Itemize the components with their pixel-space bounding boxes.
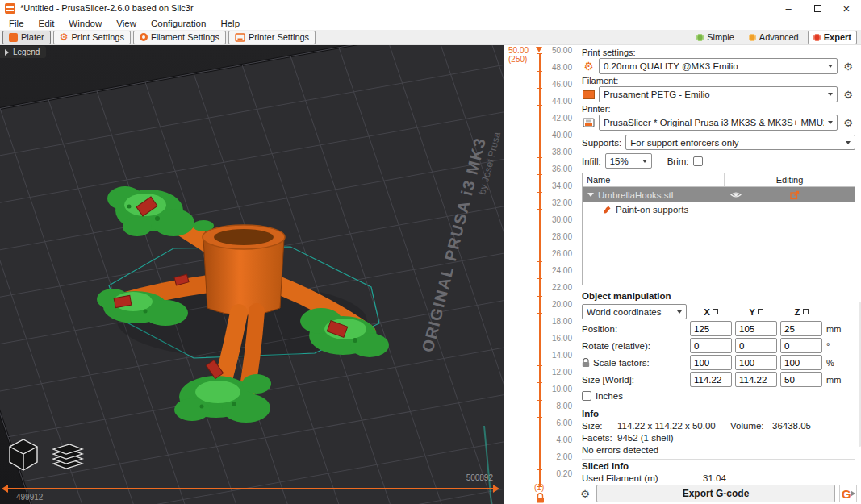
layer-lock-icon[interactable] bbox=[536, 493, 545, 503]
object-row-paint-on-supports[interactable]: Paint-on supports bbox=[583, 202, 855, 217]
rotate-z-input[interactable] bbox=[780, 338, 822, 353]
position-unit: mm bbox=[825, 324, 855, 334]
app-icon bbox=[5, 3, 15, 14]
brim-checkbox[interactable] bbox=[693, 156, 703, 166]
printer-select[interactable]: PrusaSlicer * Original Prusa i3 MK3S & M… bbox=[599, 115, 838, 131]
3d-view-cube-icon[interactable] bbox=[5, 436, 42, 473]
menu-view[interactable]: View bbox=[109, 19, 144, 28]
position-y-input[interactable] bbox=[735, 321, 777, 336]
infill-label: Infill: bbox=[582, 156, 601, 166]
layer-slider-current: 50.00 (250) bbox=[508, 46, 529, 64]
export-bar: ⚙ Export G-code G bbox=[578, 484, 857, 503]
tab-filament-settings[interactable]: Filament Settings bbox=[133, 31, 226, 44]
layer-tick-label: 50.00 bbox=[552, 46, 572, 56]
layer-slider-handle[interactable] bbox=[536, 47, 542, 52]
print-settings-select[interactable]: 0.20mm QUALITY @MK3 Emilio bbox=[599, 58, 838, 74]
horizontal-range-slider[interactable] bbox=[6, 488, 493, 489]
current-height-value: 50.00 bbox=[508, 46, 529, 55]
axis-z-header: Z bbox=[780, 307, 822, 317]
main-area: ORIGINAL PRUSA i3 MK3 by Josef Prusa bbox=[0, 45, 861, 504]
infill-value: 15% bbox=[610, 156, 638, 166]
position-x-input[interactable] bbox=[690, 321, 732, 336]
layer-tick-label: 42.00 bbox=[552, 114, 572, 123]
layer-tick-label: 36.00 bbox=[552, 165, 572, 174]
menu-help[interactable]: Help bbox=[213, 19, 247, 28]
position-z-input[interactable] bbox=[780, 321, 822, 336]
window-title: *Untitled - PrusaSlicer-2.6.0 based on S… bbox=[20, 3, 194, 13]
layer-ruler: 50.00 48.00 46.00 44.00 42.00 40.00 38.0… bbox=[552, 46, 572, 479]
infill-select[interactable]: 15% bbox=[605, 153, 652, 169]
collapse-chevron-icon[interactable] bbox=[587, 193, 594, 197]
layer-tick-label: 6.00 bbox=[557, 419, 572, 428]
object-row-umbrellahooks[interactable]: UmbrellaHooks.stl bbox=[583, 187, 855, 202]
brim-label: Brim: bbox=[667, 156, 689, 166]
maximize-button[interactable] bbox=[803, 0, 832, 16]
supports-select[interactable]: For support enforcers only bbox=[625, 135, 855, 150]
size-label: Size [World]: bbox=[582, 375, 687, 385]
printer-settings-icon bbox=[235, 33, 245, 42]
uniform-scale-lock-icon[interactable] bbox=[582, 358, 590, 368]
export-settings-gear-button[interactable]: ⚙ bbox=[578, 486, 592, 501]
inches-label: Inches bbox=[596, 391, 623, 401]
layer-tick-label: 14.00 bbox=[552, 351, 572, 360]
menu-configuration[interactable]: Configuration bbox=[144, 19, 213, 28]
menu-edit[interactable]: Edit bbox=[31, 19, 62, 28]
supports-value: For support enforcers only bbox=[630, 138, 842, 148]
menu-file[interactable]: File bbox=[2, 19, 31, 28]
tab-printer-settings-label: Printer Settings bbox=[249, 32, 309, 42]
scale-z-input[interactable] bbox=[780, 355, 822, 370]
column-editing: Editing bbox=[724, 173, 855, 186]
info-size-value: 114.22 x 114.22 x 50.00 bbox=[617, 421, 730, 431]
menu-window[interactable]: Window bbox=[61, 19, 109, 28]
current-layer-number: (250) bbox=[508, 55, 529, 64]
size-x-input[interactable] bbox=[690, 372, 732, 387]
filament-color-swatch bbox=[583, 90, 595, 99]
export-gcode-button[interactable]: Export G-code bbox=[596, 485, 835, 502]
size-z-input[interactable] bbox=[780, 372, 822, 387]
info-facets-label: Facets: bbox=[582, 433, 617, 443]
column-name: Name bbox=[583, 175, 724, 185]
mode-advanced-label: Advanced bbox=[759, 32, 799, 42]
axis-square-icon bbox=[713, 309, 718, 314]
printer-gear-button[interactable]: ⚙ bbox=[841, 115, 855, 130]
info-facets-value: 9452 (1 shell) bbox=[617, 433, 674, 443]
layer-slider-track[interactable] bbox=[536, 53, 543, 487]
info-section: Info Size: 114.22 x 114.22 x 50.00 Volum… bbox=[582, 406, 855, 455]
filament-gear-button[interactable]: ⚙ bbox=[841, 87, 855, 102]
minimize-button[interactable]: – bbox=[774, 0, 803, 16]
rotate-x-input[interactable] bbox=[690, 338, 732, 353]
mode-advanced[interactable]: Advanced bbox=[743, 31, 805, 44]
menu-bar: File Edit Window View Configuration Help bbox=[0, 16, 861, 30]
scale-x-input[interactable] bbox=[690, 355, 732, 370]
inches-checkbox[interactable] bbox=[582, 391, 591, 401]
expert-mode-icon bbox=[813, 34, 821, 41]
sliced-info-title: Sliced Info bbox=[582, 461, 855, 471]
viewport-3d[interactable]: ORIGINAL PRUSA i3 MK3 by Josef Prusa bbox=[0, 45, 504, 504]
tab-plater-label: Plater bbox=[21, 32, 44, 42]
filament-select[interactable]: Prusament PETG - Emilio bbox=[599, 86, 838, 102]
scale-y-input[interactable] bbox=[735, 355, 777, 370]
layer-tick-label: 48.00 bbox=[552, 63, 572, 73]
rotate-y-input[interactable] bbox=[735, 338, 777, 353]
visibility-eye-icon[interactable] bbox=[730, 191, 742, 198]
close-button[interactable]: × bbox=[832, 0, 861, 16]
export-gcode-label: Export G-code bbox=[683, 488, 750, 499]
size-y-input[interactable] bbox=[735, 372, 777, 387]
layers-view-icon[interactable] bbox=[47, 436, 87, 473]
sliced-info-partial-row: Used Filament (m) 31.04 bbox=[582, 473, 855, 483]
scale-label: Scale factors: bbox=[593, 358, 650, 368]
coordinates-select[interactable]: World coordinates bbox=[582, 304, 687, 319]
layer-tick-label: 16.00 bbox=[552, 334, 572, 344]
print-settings-gear-button[interactable]: ⚙ bbox=[841, 59, 855, 73]
printer-icon bbox=[583, 118, 595, 127]
mode-simple[interactable]: Simple bbox=[691, 31, 740, 44]
legend-toggle[interactable]: Legend bbox=[0, 46, 46, 58]
tab-plater[interactable]: Plater bbox=[2, 31, 51, 44]
tab-printer-settings[interactable]: Printer Settings bbox=[228, 31, 316, 44]
tab-print-settings[interactable]: ⚙ Print Settings bbox=[53, 31, 131, 44]
editing-icon[interactable] bbox=[790, 190, 800, 200]
object-manipulation-grid: World coordinates X Y Z Position: mm Rot… bbox=[582, 304, 855, 387]
info-errors-text: No errors detected bbox=[582, 445, 658, 455]
print-settings-value: 0.20mm QUALITY @MK3 Emilio bbox=[604, 61, 824, 71]
mode-expert[interactable]: Expert bbox=[808, 31, 857, 44]
